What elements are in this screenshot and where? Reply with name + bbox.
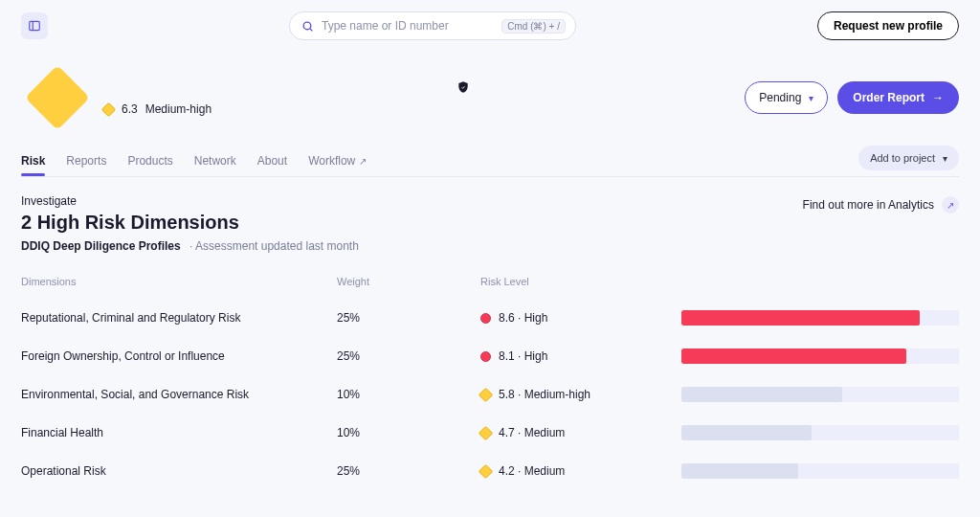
search-placeholder: Type name or ID number [322,19,501,33]
overall-score: 6.3 Medium-high [103,102,212,116]
tab-risk-label: Risk [21,154,45,168]
table-row[interactable]: Operational Risk25%4.2 · Medium [21,452,959,490]
request-new-profile-button[interactable]: Request new profile [817,11,959,40]
dimension-name: Environmental, Social, and Governance Ri… [21,388,327,401]
entity-logo-diamond [25,65,90,130]
risk-level-cell: 4.2 · Medium [480,464,672,478]
dimension-name: Reputational, Criminal and Regulatory Ri… [21,311,327,325]
risk-bar [681,425,959,440]
table-row[interactable]: Foreign Ownership, Control or Influence2… [21,337,959,375]
arrow-right-icon: → [932,91,944,104]
dimension-name: Operational Risk [21,464,327,478]
overall-score-value: 6.3 [122,102,138,116]
risk-level-cell: 8.1 · High [480,349,672,363]
diamond-icon [479,387,494,402]
risk-bar [681,463,959,479]
search-shortcut-hint: Cmd (⌘) + / [501,19,566,34]
col-risk-level: Risk Level [480,276,672,287]
tab-products[interactable]: Products [127,146,172,175]
tab-workflow-label: Workflow [308,154,355,168]
risk-bar [681,348,959,364]
risk-level-text: 5.8 · Medium-high [499,388,590,401]
risk-bar-fill [681,310,920,326]
search-input[interactable]: Type name or ID number Cmd (⌘) + / [289,11,576,40]
tab-about-label: About [257,154,287,168]
section-updated: · Assessment updated last month [189,239,359,253]
col-weight: Weight [337,276,471,287]
svg-point-2 [303,22,311,30]
dimensions-table: Dimensions Weight Risk Level Reputationa… [21,276,959,490]
risk-level-text: 8.6 · High [499,311,547,325]
external-link-icon: ↗ [359,156,367,167]
table-row[interactable]: Reputational, Criminal and Regulatory Ri… [21,299,959,337]
tab-network-label: Network [194,154,236,168]
diamond-icon [479,463,494,479]
order-report-button[interactable]: Order Report → [837,81,959,114]
tab-reports-label: Reports [66,154,106,168]
analytics-link-text: Find out more in Analytics [803,198,934,212]
table-row[interactable]: Financial Health10%4.7 · Medium [21,414,959,452]
circle-red-icon [480,351,491,362]
tab-risk[interactable]: Risk [21,146,45,175]
risk-level-cell: 4.7 · Medium [480,426,672,439]
risk-level-text: 4.2 · Medium [499,464,565,478]
risk-level-text: 4.7 · Medium [499,426,565,439]
diamond-icon [479,425,494,440]
weight-value: 25% [337,349,471,363]
section-title: 2 High Risk Dimensions [21,212,803,234]
status-pending-dropdown[interactable]: Pending ▾ [745,81,828,114]
diamond-icon [101,101,117,117]
tab-reports[interactable]: Reports [66,146,106,175]
dimension-name: Foreign Ownership, Control or Influence [21,349,327,363]
section-eyebrow: Investigate [21,194,803,208]
risk-bar [681,310,959,326]
chevron-down-icon: ▾ [809,93,813,103]
risk-bar-fill [681,463,798,479]
risk-level-text: 8.1 · High [499,349,547,363]
weight-value: 25% [337,464,471,478]
tab-products-label: Products [127,154,172,168]
dimension-name: Financial Health [21,426,327,439]
section-updated-text: Assessment updated last month [195,239,359,253]
risk-bar-fill [681,348,906,364]
svg-rect-0 [30,21,40,30]
order-report-label: Order Report [853,91,924,104]
weight-value: 25% [337,311,471,325]
table-row[interactable]: Environmental, Social, and Governance Ri… [21,375,959,414]
external-link-icon: ↗ [942,196,959,214]
col-dimensions: Dimensions [21,276,327,287]
search-icon [301,20,314,33]
request-new-profile-label: Request new profile [834,19,943,33]
weight-value: 10% [337,388,471,401]
add-to-project-button[interactable]: Add to project ▾ [858,146,959,170]
tab-workflow[interactable]: Workflow↗ [308,146,367,175]
risk-bar [681,387,959,402]
tab-network[interactable]: Network [194,146,236,175]
section-source: DDIQ Deep Diligence Profiles [21,239,181,253]
risk-level-cell: 8.6 · High [480,311,672,325]
risk-bar-fill [681,387,842,402]
panel-left-icon [28,19,41,33]
risk-bar-fill [681,425,812,440]
add-to-project-label: Add to project [870,152,935,164]
weight-value: 10% [337,426,471,439]
overall-score-label: Medium-high [145,102,212,116]
status-pending-label: Pending [759,91,801,104]
circle-red-icon [480,313,491,324]
chevron-down-icon: ▾ [943,153,947,164]
analytics-link[interactable]: Find out more in Analytics ↗ [803,196,959,214]
svg-line-3 [310,29,312,31]
risk-level-cell: 5.8 · Medium-high [480,388,672,401]
tab-about[interactable]: About [257,146,287,175]
shield-icon [457,80,470,98]
sidebar-toggle-button[interactable] [21,12,48,39]
